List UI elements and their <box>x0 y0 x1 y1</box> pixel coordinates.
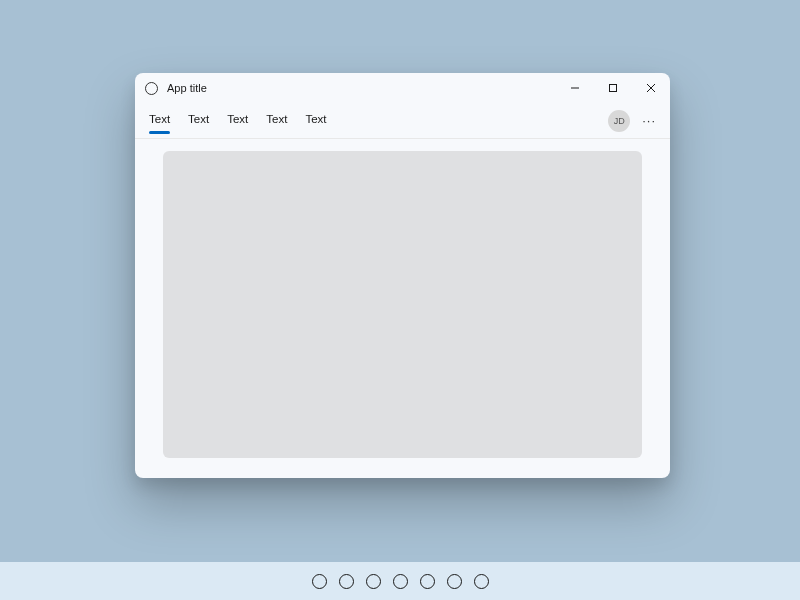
window-controls <box>556 73 670 103</box>
content-placeholder <box>163 151 642 458</box>
tab-4[interactable]: Text <box>305 109 326 133</box>
avatar[interactable]: JD <box>608 110 630 132</box>
taskbar-icon-6[interactable] <box>474 574 489 589</box>
app-window: App title Text Text Text Text Text JD ··… <box>135 73 670 478</box>
taskbar-icon-1[interactable] <box>339 574 354 589</box>
tab-1[interactable]: Text <box>188 109 209 133</box>
menubar-actions: JD ··· <box>608 110 658 132</box>
taskbar-icon-5[interactable] <box>447 574 462 589</box>
tab-strip: Text Text Text Text Text <box>149 109 326 133</box>
close-icon <box>646 83 656 93</box>
taskbar-icon-0[interactable] <box>312 574 327 589</box>
minimize-button[interactable] <box>556 73 594 103</box>
close-button[interactable] <box>632 73 670 103</box>
more-button[interactable]: ··· <box>640 113 658 128</box>
taskbar-icon-4[interactable] <box>420 574 435 589</box>
app-icon <box>145 82 158 95</box>
app-title: App title <box>167 82 207 94</box>
more-icon: ··· <box>642 113 656 128</box>
content-area <box>135 139 670 478</box>
tab-3[interactable]: Text <box>266 109 287 133</box>
tab-2[interactable]: Text <box>227 109 248 133</box>
taskbar <box>0 562 800 600</box>
minimize-icon <box>570 83 580 93</box>
maximize-button[interactable] <box>594 73 632 103</box>
taskbar-icon-2[interactable] <box>366 574 381 589</box>
tab-0[interactable]: Text <box>149 109 170 133</box>
taskbar-icon-3[interactable] <box>393 574 408 589</box>
menubar: Text Text Text Text Text JD ··· <box>135 103 670 139</box>
maximize-icon <box>608 83 618 93</box>
svg-rect-1 <box>610 85 617 92</box>
titlebar: App title <box>135 73 670 103</box>
